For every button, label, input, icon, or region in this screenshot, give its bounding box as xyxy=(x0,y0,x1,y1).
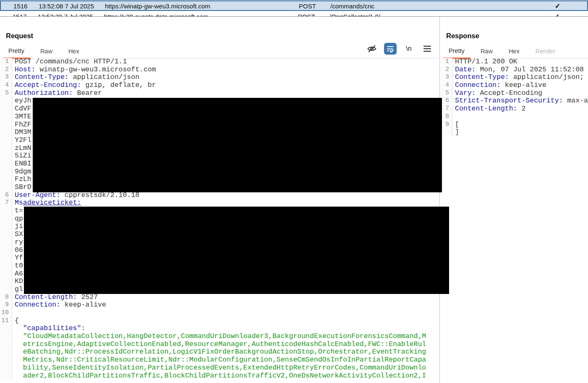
code-line: "CloudMetadataCollection,HangDetector,Co… xyxy=(0,333,439,341)
code-line: 6User-Agent: cpprestsdk/2.10.18 xyxy=(0,192,439,199)
line-number: 3 xyxy=(0,73,12,81)
line-number: 5 xyxy=(0,89,12,97)
line-number xyxy=(0,239,12,247)
code-line: "capabilities": xyxy=(0,325,439,333)
line-number xyxy=(0,223,12,231)
line-number: 10 xyxy=(0,309,12,317)
word-wrap-icon[interactable] xyxy=(384,43,397,55)
tab-hex[interactable]: Hex xyxy=(503,45,525,58)
line-number xyxy=(0,247,12,254)
hide-read-only-eye-icon[interactable] xyxy=(366,43,378,55)
line-number: 1 xyxy=(0,58,12,66)
response-panel-title: Response xyxy=(446,32,588,40)
line-number xyxy=(0,160,12,168)
history-row-1517[interactable]: 151713:52:29 7 Jul 2025https://v20.event… xyxy=(0,11,588,17)
code-line: 11{ xyxy=(0,317,439,325)
tab-raw[interactable]: Raw xyxy=(34,45,58,58)
history-cell-meth: POST xyxy=(299,2,316,9)
line-number xyxy=(0,348,12,356)
line-number xyxy=(0,325,12,333)
history-row-1516[interactable]: 151613:52:08 7 Jul 2025https://winatp-gw… xyxy=(0,0,588,11)
code-line: etricsEngine,AdaptiveCollectionEnabled,R… xyxy=(0,341,439,349)
history-cell-chk: ✓ xyxy=(555,2,560,10)
history-cell-id: 1516 xyxy=(13,2,27,9)
line-number: 6 xyxy=(440,97,452,105)
line-number xyxy=(0,270,12,278)
line-number xyxy=(0,113,12,121)
line-number xyxy=(0,286,12,294)
code-line: 2Date: Mon, 07 Jul 2025 11:52:08 xyxy=(440,66,588,74)
code-line: 3Content-Type: application/json xyxy=(0,73,439,81)
line-number: 4 xyxy=(0,81,12,89)
code-line: ader2,BlockChildPartitionsTraffic,BlockC… xyxy=(0,372,439,380)
line-number: 8 xyxy=(0,294,12,302)
tab-raw[interactable]: Raw xyxy=(475,45,499,58)
history-cell-time: 13:52:29 7 Jul 2025 xyxy=(38,13,93,17)
newline-characters-icon[interactable]: \n xyxy=(402,43,415,55)
http-history-table: 151613:52:08 7 Jul 2025https://winatp-gw… xyxy=(0,0,588,17)
line-number: 5 xyxy=(440,89,452,97)
tab-pretty[interactable]: Pretty xyxy=(3,45,30,59)
response-panel: Response PrettyRawHexRender 1HTTP/1.1 20… xyxy=(440,17,588,383)
proxy-http-history-screen: 151613:52:08 7 Jul 2025https://winatp-gw… xyxy=(0,0,588,383)
tab-hex[interactable]: Hex xyxy=(63,45,85,58)
line-number: 2 xyxy=(440,66,452,74)
request-panel-title: Request xyxy=(6,32,439,40)
line-number: 2 xyxy=(0,66,12,74)
line-number xyxy=(0,144,12,152)
line-number xyxy=(0,152,12,160)
history-cell-chk: ✓ xyxy=(554,12,559,17)
line-number xyxy=(0,215,12,223)
redaction-box-msadeviceticket xyxy=(24,207,449,294)
line-number xyxy=(0,136,12,144)
line-number xyxy=(0,333,12,341)
code-line: 4Accept-Encoding: gzip, deflate, br xyxy=(0,81,439,89)
history-cell-path: /commands/cnc xyxy=(330,2,374,9)
line-number: 9 xyxy=(440,121,452,129)
line-number xyxy=(0,105,12,113)
code-line: 5Authorization: Bearer xyxy=(0,89,439,97)
line-number: 1 xyxy=(440,58,452,66)
response-editor[interactable]: 1HTTP/1.1 200 OK2Date: Mon, 07 Jul 2025 … xyxy=(440,58,588,383)
line-number xyxy=(0,278,12,286)
code-line: 3Content-Type: application/json; xyxy=(440,73,588,81)
request-panel: Request PrettyRawHex \n xyxy=(0,17,440,383)
tab-pretty[interactable]: Pretty xyxy=(443,45,470,59)
code-line: 7Msadeviceticket: xyxy=(0,199,439,207)
request-toolbar: \n xyxy=(366,43,434,55)
code-line: 9Connection: keep-alive xyxy=(0,301,439,309)
line-number: 4 xyxy=(440,81,452,89)
line-number xyxy=(0,97,12,105)
line-number xyxy=(440,129,452,136)
history-cell-time: 13:52:08 7 Jul 2025 xyxy=(39,2,94,9)
history-cell-meth: POST xyxy=(298,13,315,17)
line-number: 3 xyxy=(440,73,452,81)
code-line: eBatching,Ndr::ProcessIdCorrelation,Logi… xyxy=(0,348,439,356)
line-number xyxy=(0,356,12,364)
line-number: 8 xyxy=(440,113,452,121)
line-number xyxy=(0,176,12,184)
code-line: 1HTTP/1.1 200 OK xyxy=(440,58,588,66)
history-cell-url: https://v20.events.data.microsoft.com xyxy=(104,13,208,17)
line-number xyxy=(0,129,12,136)
code-line: 1POST /commands/cnc HTTP/1.1 xyxy=(0,58,439,66)
response-tabbar: PrettyRawHexRender xyxy=(440,40,588,58)
line-number xyxy=(0,372,12,380)
history-cell-path: /OneCollector/1.0/ xyxy=(329,13,380,17)
line-number xyxy=(0,364,12,372)
line-number xyxy=(0,254,12,262)
line-number xyxy=(0,207,12,215)
line-number: 7 xyxy=(440,105,452,113)
redaction-box-bearer-token xyxy=(33,98,442,192)
tab-render[interactable]: Render xyxy=(530,45,562,58)
code-line: 8 xyxy=(440,113,588,121)
menu-icon[interactable] xyxy=(421,43,434,55)
code-line: 7Content-Length: 2 xyxy=(440,105,588,113)
line-number: 9 xyxy=(0,301,12,309)
line-number xyxy=(0,121,12,129)
line-number xyxy=(0,184,12,192)
code-line: 8Content-Length: 2527 xyxy=(0,294,439,302)
code-line: bility,SenseIdentityIsolation,PartialPro… xyxy=(0,364,439,372)
code-line: 9[ xyxy=(440,121,588,129)
line-number xyxy=(0,341,12,349)
